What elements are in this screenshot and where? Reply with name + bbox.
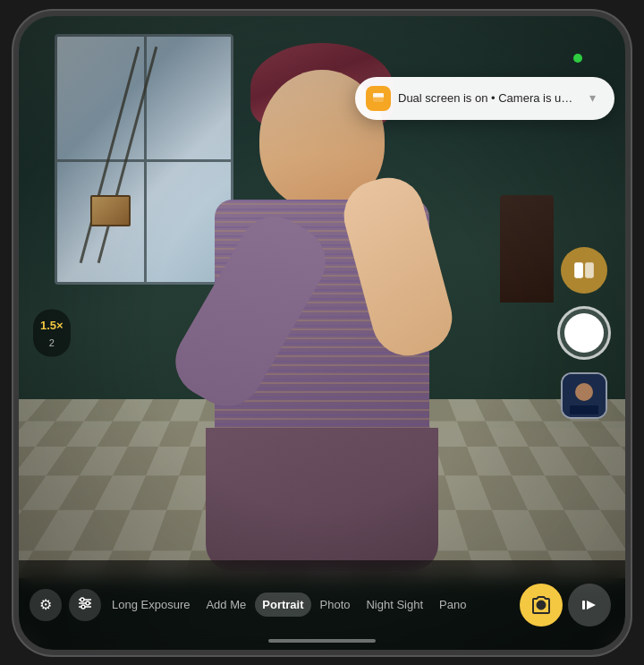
camera-viewfinder: Dual screen is on • Camera is using b...…: [19, 16, 625, 650]
shutter-button[interactable]: [557, 306, 611, 360]
notification-text: Dual screen is on • Camera is using b...: [398, 91, 577, 105]
right-controls: [557, 247, 611, 419]
device-frame: Dual screen is on • Camera is using b...…: [13, 11, 631, 655]
mode-tab-night-sight[interactable]: Night Sight: [359, 593, 430, 617]
notification-icon: [366, 86, 391, 111]
zoom-controls: 1.5× 2: [33, 309, 71, 356]
bottom-left-icons: ⚙: [26, 589, 101, 621]
bottom-right-buttons: [520, 584, 618, 627]
svg-rect-1: [373, 97, 384, 101]
mode-tab-long-exposure[interactable]: Long Exposure: [105, 593, 197, 617]
person-subject: [152, 70, 492, 571]
svg-marker-14: [587, 601, 596, 610]
bottom-controls-bar: ⚙ Long Expos: [19, 560, 625, 650]
svg-point-13: [537, 601, 546, 610]
capture-photo-button[interactable]: [520, 584, 563, 627]
svg-point-10: [80, 598, 84, 601]
room-door: [500, 195, 554, 303]
shutter-inner: [564, 313, 604, 353]
notification-banner[interactable]: Dual screen is on • Camera is using b...…: [355, 77, 614, 120]
capture-video-button[interactable]: [568, 584, 611, 627]
svg-point-5: [575, 383, 593, 401]
person-legs: [206, 428, 438, 571]
zoom-sub-value: 2: [49, 337, 55, 347]
svg-point-12: [81, 605, 85, 609]
svg-point-11: [86, 601, 89, 605]
zoom-value[interactable]: 1.5×: [40, 318, 64, 331]
mode-tab-add-me[interactable]: Add Me: [199, 593, 253, 617]
room-artwork: [90, 195, 131, 226]
dual-screen-button[interactable]: [561, 247, 607, 294]
svg-rect-2: [574, 262, 583, 277]
notification-chevron[interactable]: ▾: [584, 90, 600, 107]
last-photo-thumbnail[interactable]: [561, 372, 607, 419]
camera-mode-tabs: Long Exposure Add Me Portrait Photo Nigh…: [101, 593, 520, 617]
settings-button[interactable]: ⚙: [30, 589, 62, 621]
camera-status-dot: [573, 54, 582, 63]
mode-tab-pano[interactable]: Pano: [432, 593, 473, 617]
mode-tab-portrait[interactable]: Portrait: [255, 593, 310, 617]
thumbnail-preview: [563, 374, 606, 417]
mode-tab-photo[interactable]: Photo: [313, 593, 358, 617]
svg-rect-15: [582, 601, 585, 610]
settings-icon: ⚙: [39, 596, 52, 613]
filters-icon: [77, 595, 93, 615]
home-indicator: [268, 639, 376, 643]
zoom-pill[interactable]: 1.5× 2: [33, 309, 71, 356]
svg-rect-3: [585, 262, 594, 277]
svg-rect-6: [570, 405, 598, 414]
filters-button[interactable]: [69, 589, 101, 621]
